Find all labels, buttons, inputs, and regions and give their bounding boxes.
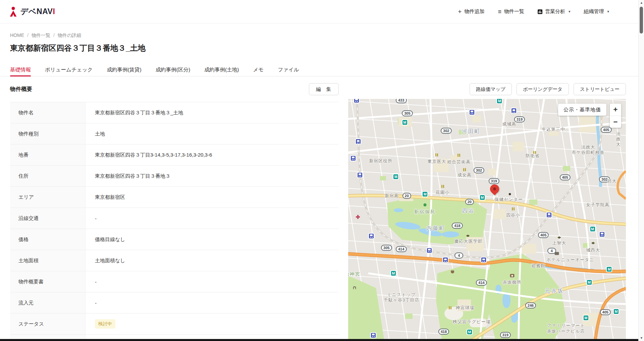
field-value: 土地面積なし (95, 258, 125, 264)
table-row: 沿線交通 - (10, 208, 339, 229)
table-row: 土地面積 土地面積なし (10, 250, 339, 271)
table-row: 流入元 - (10, 292, 339, 314)
breadcrumb: HOME / 物件一覧 / 物件の詳細 (10, 32, 626, 38)
map-poi-icon (512, 207, 515, 210)
map-poi-icon (435, 153, 438, 156)
map-poi-icon (533, 151, 536, 154)
zoom-in-button[interactable]: + (610, 104, 621, 116)
train-station-icon (511, 108, 517, 114)
route-shield: 20 (402, 193, 411, 199)
land-price-overlay-button[interactable]: 公示・基準地価 (558, 104, 606, 116)
nav-item[interactable]: 物件一覧 (498, 8, 524, 15)
field-value: 土地 (95, 131, 105, 137)
nav-item-label: 営業分析 (545, 8, 565, 15)
breadcrumb-separator: / (27, 32, 29, 38)
app-header: デベNAVI 物件追加 物件一覧 営業分析 ▾ 組織管理 (0, 0, 644, 23)
map-action-button[interactable]: 路線価マップ (470, 83, 512, 95)
app-logo[interactable]: デベNAVI (9, 6, 55, 17)
map-action-buttons: 路線価マップ ボーリングデータ ストリートビュー (348, 83, 626, 95)
tab[interactable]: メモ (253, 62, 264, 76)
metro-station-icon: M (583, 315, 589, 321)
map-poi-icon (509, 193, 511, 195)
nav-item-label: 物件一覧 (504, 8, 524, 15)
field-label: 沿線交通 (10, 208, 86, 229)
table-row: 価格 価格目線なし (10, 229, 339, 250)
page-title: 東京都新宿区四谷３丁目３番地３_土地 (10, 43, 626, 53)
route-shield: 405 (538, 232, 549, 238)
scrollbar-thumb[interactable] (640, 7, 643, 34)
page-scrollbar[interactable]: ▲ ▼ (638, 0, 644, 341)
zoom-out-button[interactable]: − (610, 116, 621, 128)
property-detail-table: 物件名 東京都新宿区四谷３丁目３番地３_土地 物件種別 土地 地番 東京都新宿区… (10, 102, 339, 341)
field-label: エリア (10, 187, 86, 208)
map-action-button[interactable]: ボーリングデータ (517, 83, 569, 95)
tab[interactable]: 成約事例(賃貸) (107, 62, 141, 76)
map-poi-icon (510, 274, 515, 277)
chevron-down-icon: ▾ (569, 9, 571, 14)
route-shield: 418 (452, 223, 463, 229)
route-shield: 319 (514, 116, 525, 122)
map-action-button[interactable]: ストリートビュー (574, 83, 626, 95)
train-station-icon (599, 231, 605, 237)
nav-item[interactable]: 営業分析 ▾ (538, 8, 571, 15)
window-bottom-edge (0, 339, 638, 341)
table-row: 物件名 東京都新宿区四谷３丁目３番地３_土地 (10, 102, 339, 123)
route-shield: 305 (381, 245, 392, 251)
scroll-up-arrow[interactable]: ▲ (639, 0, 644, 6)
route-shield: 305 (402, 110, 413, 116)
person-logo-icon (9, 6, 18, 17)
table-row: 住所 東京都新宿区四谷３丁目３番地３ (10, 166, 339, 187)
route-shield: 302 (599, 176, 610, 182)
metro-station-icon: M (422, 191, 428, 197)
field-label: 住所 (10, 166, 86, 186)
map-canvas[interactable]: MMMMMMMMMMMM 433305302319405302319405302… (348, 99, 626, 341)
map-poi-icon (458, 154, 460, 157)
metro-station-icon: M (479, 194, 485, 201)
chevron-down-icon: ▾ (607, 9, 609, 14)
breadcrumb-item[interactable]: 物件一覧 (32, 32, 50, 38)
train-station-icon (469, 109, 475, 115)
metro-station-icon: M (590, 226, 596, 232)
field-label: 流入元 (10, 292, 86, 313)
tab[interactable]: ファイル (278, 62, 299, 76)
metro-station-icon: M (390, 270, 396, 276)
table-row: エリア 東京都新宿区 (10, 187, 339, 208)
field-label: ステータス (10, 314, 86, 334)
route-shield: 319 (489, 178, 499, 184)
breadcrumb-item[interactable]: 物件の詳細 (58, 32, 81, 38)
train-station-icon (442, 257, 448, 263)
field-value: 東京都新宿区四谷３丁目３番地３_土地 (95, 110, 183, 116)
route-shield: 246 (525, 302, 536, 308)
train-station-icon (357, 172, 363, 178)
edit-button[interactable]: 編 集 (309, 83, 339, 95)
field-value: 東京都新宿区 (95, 194, 125, 201)
route-shield: 4 (454, 252, 463, 259)
train-station-icon (481, 257, 487, 263)
tab[interactable]: 成約事例(区分) (156, 62, 190, 76)
route-shield: 20 (465, 199, 474, 205)
map-poi-icon (356, 215, 360, 219)
map-base-art (348, 99, 626, 341)
tab[interactable]: 成約事例(土地) (204, 62, 239, 76)
route-shield: 433 (396, 99, 407, 103)
scroll-down-arrow[interactable]: ▼ (639, 335, 644, 341)
tab[interactable]: ボリュームチェック (45, 62, 93, 76)
tab[interactable]: 基礎情報 (10, 62, 31, 76)
map-zoom-control: + − (610, 104, 621, 128)
route-shield: 414 (476, 280, 487, 286)
field-label: 物件名 (10, 102, 86, 123)
route-shield: 319 (500, 332, 511, 338)
field-value: - (95, 279, 97, 285)
map-poi-icon (449, 306, 451, 309)
field-label: 土地面積 (10, 250, 86, 271)
train-station-icon (350, 155, 356, 161)
nav-item[interactable]: 物件追加 (458, 8, 484, 15)
nav-item[interactable]: 組織管理 ▾ (584, 8, 609, 15)
map-poi-icon (463, 168, 466, 171)
breadcrumb-item[interactable]: HOME (10, 32, 24, 38)
field-label: 価格 (10, 229, 86, 250)
train-station-icon (370, 332, 376, 338)
metro-station-icon: M (467, 329, 473, 335)
metro-station-icon: M (586, 279, 592, 285)
route-shield: 4 (547, 248, 556, 254)
